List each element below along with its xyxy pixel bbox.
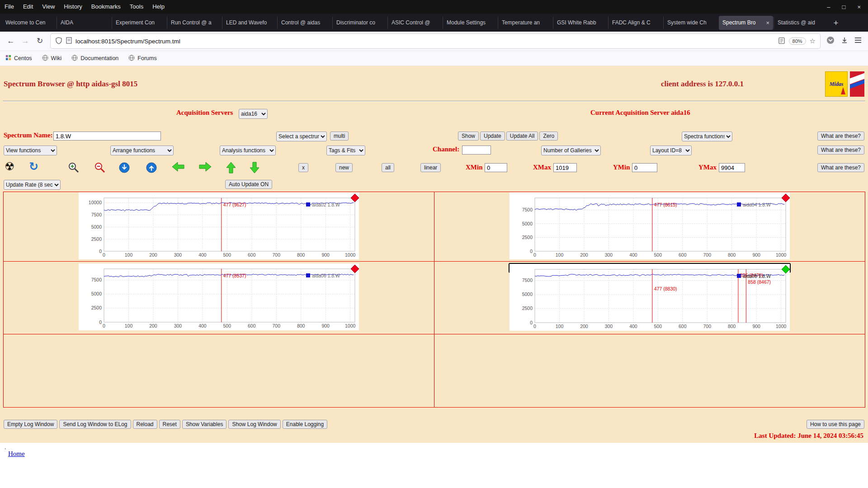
bookmark-documentation[interactable]: Documentation bbox=[71, 55, 118, 62]
zoom-level-chip[interactable]: 80% bbox=[789, 38, 806, 45]
spectrum-chart-aida08[interactable]: 0100200300400500600700800900100002500500… bbox=[509, 263, 791, 273]
tab-7[interactable]: ASIC Control @ bbox=[388, 16, 442, 30]
show-log-window-button[interactable]: Show Log Window bbox=[228, 420, 280, 429]
zoom-in-icon[interactable] bbox=[68, 162, 80, 175]
zero-button[interactable]: Zero bbox=[539, 131, 558, 141]
tab-11[interactable]: FADC Align & C bbox=[609, 16, 663, 30]
update-button[interactable]: Update bbox=[480, 131, 505, 141]
tab-2[interactable]: Experiment Con bbox=[112, 16, 166, 30]
what-are-these-button-1[interactable]: What are these? bbox=[817, 131, 864, 141]
new-button[interactable]: new bbox=[335, 163, 353, 172]
arrow-up-icon[interactable] bbox=[226, 162, 236, 175]
tab-6[interactable]: Discriminator co bbox=[333, 16, 387, 30]
bookmark-wiki[interactable]: Wiki bbox=[42, 55, 62, 62]
reload-page-button[interactable]: Reload bbox=[133, 420, 157, 429]
url-text[interactable]: localhost:8015/Spectrum/Spectrum.tml bbox=[75, 38, 774, 45]
back-button[interactable]: ← bbox=[4, 34, 18, 48]
scroll-up-icon[interactable] bbox=[146, 162, 157, 175]
tab-1[interactable]: AIDA bbox=[57, 16, 111, 30]
select-spectrum-dropdown[interactable]: Select a spectrum bbox=[276, 131, 327, 141]
scroll-down-icon[interactable] bbox=[118, 162, 130, 175]
new-tab-button[interactable]: + bbox=[829, 16, 843, 30]
download-icon[interactable] bbox=[841, 37, 848, 46]
page-info-icon[interactable] bbox=[66, 37, 72, 45]
home-link[interactable]: Home bbox=[8, 450, 25, 458]
radioactive-icon[interactable]: ☢ bbox=[5, 160, 14, 173]
zoom-out-icon[interactable] bbox=[94, 162, 106, 175]
analysis-functions-dropdown[interactable]: Analysis functions bbox=[220, 145, 276, 155]
url-bar[interactable]: localhost:8015/Spectrum/Spectrum.tml 80%… bbox=[51, 34, 820, 48]
midas-logo[interactable]: Midas bbox=[825, 71, 848, 97]
menu-tools[interactable]: Tools bbox=[125, 0, 148, 14]
spectrum-name-input[interactable] bbox=[53, 131, 161, 141]
what-are-these-button-3[interactable]: What are these? bbox=[817, 163, 864, 172]
tab-3[interactable]: Run Control @ a bbox=[167, 16, 222, 30]
arrow-left-icon[interactable] bbox=[172, 162, 184, 174]
how-to-use-button[interactable]: How to use this page bbox=[807, 420, 864, 429]
tab-14[interactable]: Statistics @ aid bbox=[774, 16, 828, 30]
spectrum-chart-aida06[interactable]: 0100200300400500600700800900100002500500… bbox=[79, 263, 359, 330]
number-of-galleries-dropdown[interactable]: Number of Galleries bbox=[541, 145, 601, 155]
reset-button[interactable]: Reset bbox=[159, 420, 180, 429]
arrow-down-icon[interactable] bbox=[250, 162, 259, 175]
menu-history[interactable]: History bbox=[59, 0, 86, 14]
pocket-icon[interactable] bbox=[826, 36, 835, 46]
svg-text:800: 800 bbox=[728, 252, 736, 258]
x-button[interactable]: x bbox=[298, 163, 308, 172]
bookmark-star-icon[interactable]: ☆ bbox=[810, 37, 816, 45]
xmin-input[interactable] bbox=[485, 163, 507, 172]
tab-10[interactable]: GSI White Rabb bbox=[553, 16, 608, 30]
forward-button[interactable]: → bbox=[18, 34, 33, 48]
arrange-functions-dropdown[interactable]: Arrange functions bbox=[110, 145, 174, 155]
hamburger-menu-icon[interactable] bbox=[854, 37, 862, 45]
send-log-to-elog-button[interactable]: Send Log Window to ELog bbox=[59, 420, 131, 429]
svg-text:1000: 1000 bbox=[776, 252, 787, 258]
refresh-icon[interactable]: ↻ bbox=[29, 160, 38, 173]
all-button[interactable]: all bbox=[382, 163, 394, 172]
layout-id-dropdown[interactable]: Layout ID=8 bbox=[650, 145, 692, 155]
shield-icon[interactable] bbox=[55, 37, 62, 46]
close-icon[interactable]: × bbox=[857, 4, 861, 10]
linear-button[interactable]: linear bbox=[420, 163, 441, 172]
update-rate-dropdown[interactable]: Update Rate (8 secs) bbox=[4, 180, 61, 190]
fair-gsi-logo[interactable] bbox=[850, 71, 864, 97]
menu-file[interactable]: File bbox=[0, 0, 19, 14]
ymin-input[interactable] bbox=[632, 163, 657, 172]
channel-input[interactable] bbox=[462, 145, 491, 155]
tab-5[interactable]: Control @ aidas bbox=[278, 16, 332, 30]
tags-fits-dropdown[interactable]: Tags & Fits bbox=[326, 145, 365, 155]
reload-button[interactable]: ↻ bbox=[33, 34, 47, 48]
tab-9[interactable]: Temperature an bbox=[498, 16, 552, 30]
xmax-input[interactable] bbox=[553, 163, 577, 172]
auto-update-button[interactable]: Auto Update ON bbox=[225, 180, 272, 189]
maximize-icon[interactable]: □ bbox=[842, 4, 846, 10]
spectra-functions-dropdown[interactable]: Spectra functions bbox=[682, 131, 732, 141]
tab-4[interactable]: LED and Wavefo bbox=[222, 16, 277, 30]
menu-edit[interactable]: Edit bbox=[19, 0, 38, 14]
show-button[interactable]: Show bbox=[458, 131, 479, 141]
tab-13[interactable]: Spectrum Bro× bbox=[719, 16, 773, 30]
empty-log-window-button[interactable]: Empty Log Window bbox=[4, 420, 57, 429]
bookmark-centos[interactable]: Centos bbox=[5, 55, 32, 62]
menu-view[interactable]: View bbox=[38, 0, 59, 14]
minimize-icon[interactable]: – bbox=[827, 4, 830, 10]
enable-logging-button[interactable]: Enable Logging bbox=[283, 420, 327, 429]
acquisition-server-select[interactable]: aida16 bbox=[239, 109, 268, 119]
update-all-button[interactable]: Update All bbox=[506, 131, 538, 141]
bookmark-forums[interactable]: Forums bbox=[128, 55, 156, 62]
menu-help[interactable]: Help bbox=[148, 0, 169, 14]
spectrum-chart-aida02[interactable]: 0100200300400500600700800900100002500500… bbox=[79, 192, 359, 259]
what-are-these-button-2[interactable]: What are these? bbox=[817, 145, 864, 155]
tab-12[interactable]: System wide Ch bbox=[664, 16, 718, 30]
spectrum-chart-aida04[interactable]: 0100200300400500600700800900100002500500… bbox=[509, 192, 790, 259]
reader-mode-icon[interactable] bbox=[778, 37, 785, 46]
tab-0[interactable]: Welcome to Cen bbox=[2, 16, 56, 30]
tab-8[interactable]: Module Settings bbox=[443, 16, 497, 30]
multi-button[interactable]: multi bbox=[330, 131, 349, 141]
tab-close-icon[interactable]: × bbox=[766, 19, 769, 26]
arrow-right-icon[interactable] bbox=[199, 162, 212, 174]
show-variables-button[interactable]: Show Variables bbox=[182, 420, 227, 429]
menu-bookmarks[interactable]: Bookmarks bbox=[87, 0, 125, 14]
view-functions-dropdown[interactable]: View functions bbox=[4, 145, 57, 155]
ymax-input[interactable] bbox=[719, 163, 745, 172]
